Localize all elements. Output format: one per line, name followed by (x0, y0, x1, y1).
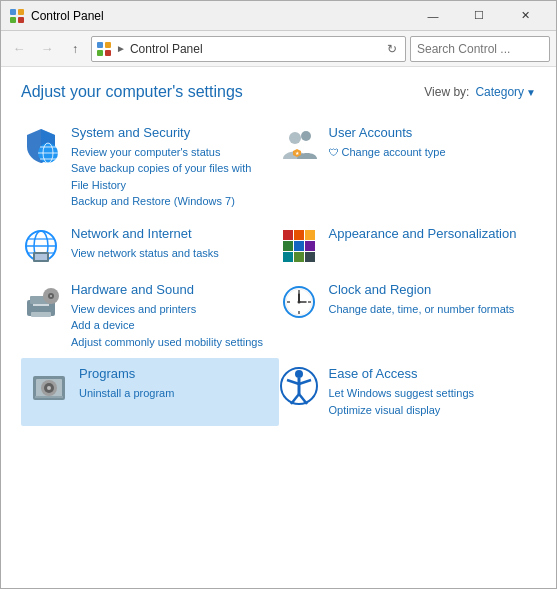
system-security-text: System and Security Review your computer… (71, 125, 271, 210)
search-input[interactable] (417, 42, 557, 56)
svg-rect-25 (305, 230, 315, 240)
svg-rect-7 (105, 50, 111, 56)
appearance-icon (279, 226, 319, 266)
hardware-sound-link-1[interactable]: View devices and printers (71, 301, 271, 318)
network-internet-text: Network and Internet View network status… (71, 226, 271, 261)
svg-rect-35 (31, 312, 51, 317)
back-button[interactable]: ← (7, 37, 31, 61)
svg-rect-34 (33, 304, 49, 306)
address-arrow: ► (116, 43, 126, 54)
svg-rect-1 (18, 9, 24, 15)
category-network-internet: Network and Internet View network status… (21, 218, 279, 274)
ease-of-access-title[interactable]: Ease of Access (329, 366, 529, 383)
svg-rect-23 (283, 230, 293, 240)
category-appearance: Appearance and Personalization (279, 218, 537, 274)
chevron-down-icon: ▼ (526, 87, 536, 98)
svg-point-14 (301, 131, 311, 141)
ease-of-access-link-2[interactable]: Optimize visual display (329, 402, 529, 419)
svg-rect-28 (305, 241, 315, 251)
minimize-button[interactable]: — (410, 1, 456, 31)
network-internet-icon (21, 226, 61, 266)
svg-rect-26 (283, 241, 293, 251)
category-hardware-sound: Hardware and Sound View devices and prin… (21, 274, 279, 358)
programs-text: Programs Uninstall a program (79, 366, 271, 401)
appearance-text: Appearance and Personalization (329, 226, 529, 245)
close-button[interactable]: ✕ (502, 1, 548, 31)
svg-line-57 (287, 380, 299, 384)
svg-rect-31 (305, 252, 315, 262)
svg-rect-6 (97, 50, 103, 56)
ease-of-access-icon (279, 366, 319, 406)
svg-rect-24 (294, 230, 304, 240)
svg-point-53 (47, 386, 51, 390)
viewby-value-text: Category (475, 85, 524, 99)
titlebar-title: Control Panel (31, 9, 410, 23)
programs-link-1[interactable]: Uninstall a program (79, 385, 271, 402)
address-bar-icon (96, 41, 112, 57)
user-accounts-link-1[interactable]: 🛡 Change account type (329, 144, 529, 161)
system-security-link-1[interactable]: Review your computer's status (71, 144, 271, 161)
category-ease-of-access: Ease of Access Let Windows suggest setti… (279, 358, 537, 426)
hardware-sound-icon (21, 282, 61, 322)
svg-point-48 (297, 300, 300, 303)
refresh-button[interactable]: ↻ (383, 40, 401, 58)
category-system-security: System and Security Review your computer… (21, 117, 279, 218)
category-programs: Programs Uninstall a program (21, 358, 279, 426)
svg-point-55 (295, 370, 303, 378)
address-input[interactable] (130, 42, 379, 56)
user-accounts-text: User Accounts 🛡 Change account type (329, 125, 529, 160)
titlebar-icon (9, 8, 25, 24)
titlebar-controls: — ☐ ✕ (410, 1, 548, 31)
clock-region-link-1[interactable]: Change date, time, or number formats (329, 301, 529, 318)
svg-point-13 (289, 132, 301, 144)
viewby-dropdown[interactable]: Category ▼ (475, 85, 536, 99)
search-box[interactable]: 🔍 (410, 36, 550, 62)
system-security-link-2[interactable]: Save backup copies of your files with Fi… (71, 160, 271, 193)
ease-of-access-link-1[interactable]: Let Windows suggest settings (329, 385, 529, 402)
svg-rect-54 (35, 396, 63, 398)
programs-title[interactable]: Programs (79, 366, 271, 383)
clock-region-title[interactable]: Clock and Region (329, 282, 529, 299)
system-security-link-3[interactable]: Backup and Restore (Windows 7) (71, 193, 271, 210)
programs-icon (29, 366, 69, 406)
hardware-sound-text: Hardware and Sound View devices and prin… (71, 282, 271, 350)
network-internet-title[interactable]: Network and Internet (71, 226, 271, 243)
svg-rect-5 (105, 42, 111, 48)
maximize-button[interactable]: ☐ (456, 1, 502, 31)
svg-rect-3 (18, 17, 24, 23)
svg-point-38 (50, 295, 52, 297)
header-row: Adjust your computer's settings View by:… (21, 83, 536, 101)
svg-rect-0 (10, 9, 16, 15)
category-user-accounts: ★ User Accounts 🛡 Change account type (279, 117, 537, 218)
category-clock-region: Clock and Region Change date, time, or n… (279, 274, 537, 358)
user-accounts-title[interactable]: User Accounts (329, 125, 529, 142)
page-title: Adjust your computer's settings (21, 83, 243, 101)
svg-rect-4 (97, 42, 103, 48)
system-security-icon (21, 125, 61, 165)
titlebar: Control Panel — ☐ ✕ (1, 1, 556, 31)
svg-rect-22 (35, 254, 47, 260)
hardware-sound-link-3[interactable]: Adjust commonly used mobility settings (71, 334, 271, 351)
svg-rect-27 (294, 241, 304, 251)
network-internet-link-1[interactable]: View network status and tasks (71, 245, 271, 262)
hardware-sound-link-2[interactable]: Add a device (71, 317, 271, 334)
clock-region-icon (279, 282, 319, 322)
user-accounts-icon: ★ (279, 125, 319, 165)
toolbar: ← → ↑ ► ↻ 🔍 (1, 31, 556, 67)
up-button[interactable]: ↑ (63, 37, 87, 61)
svg-rect-30 (294, 252, 304, 262)
viewby-control: View by: Category ▼ (424, 85, 536, 99)
svg-rect-2 (10, 17, 16, 23)
svg-rect-29 (283, 252, 293, 262)
hardware-sound-title[interactable]: Hardware and Sound (71, 282, 271, 299)
clock-region-text: Clock and Region Change date, time, or n… (329, 282, 529, 317)
viewby-label: View by: (424, 85, 469, 99)
forward-button[interactable]: → (35, 37, 59, 61)
main-content: Adjust your computer's settings View by:… (1, 67, 556, 589)
appearance-title[interactable]: Appearance and Personalization (329, 226, 529, 243)
categories-grid: System and Security Review your computer… (21, 117, 536, 426)
svg-line-58 (299, 380, 311, 384)
system-security-title[interactable]: System and Security (71, 125, 271, 142)
ease-of-access-text: Ease of Access Let Windows suggest setti… (329, 366, 529, 418)
address-bar[interactable]: ► ↻ (91, 36, 406, 62)
